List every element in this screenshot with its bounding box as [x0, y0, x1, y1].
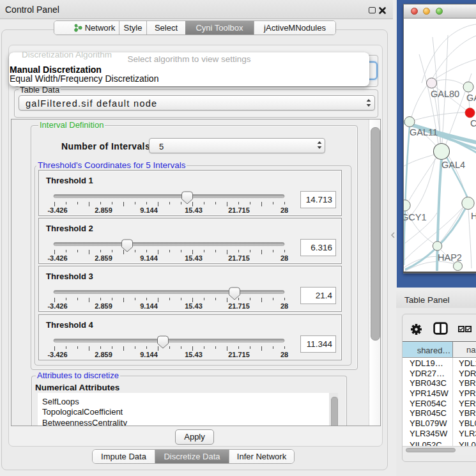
- svg-text:21.715: 21.715: [228, 302, 250, 310]
- svg-text:9.144: 9.144: [140, 206, 158, 214]
- svg-text:HI: HI: [471, 211, 476, 221]
- svg-text:21.715: 21.715: [228, 254, 250, 262]
- svg-text:15.43: 15.43: [185, 254, 203, 262]
- svg-text:2.859: 2.859: [95, 351, 112, 358]
- svg-text:28: 28: [280, 206, 288, 214]
- svg-text:21.715: 21.715: [228, 206, 250, 214]
- svg-text:HAP2: HAP2: [438, 252, 462, 263]
- svg-text:GCY1: GCY1: [404, 212, 427, 222]
- svg-text:CD: CD: [470, 118, 476, 128]
- svg-text:-3.426: -3.426: [47, 351, 67, 358]
- svg-text:9.144: 9.144: [140, 302, 158, 310]
- svg-text:-3.426: -3.426: [47, 302, 67, 310]
- svg-text:15.43: 15.43: [185, 302, 203, 310]
- svg-text:GAL4: GAL4: [441, 160, 465, 170]
- svg-text:15.43: 15.43: [185, 206, 203, 214]
- svg-text:28: 28: [280, 254, 288, 262]
- svg-text:-3.426: -3.426: [47, 206, 67, 214]
- svg-text:28: 28: [280, 351, 288, 358]
- svg-text:9.144: 9.144: [140, 351, 158, 358]
- svg-text:GAL: GAL: [466, 93, 476, 103]
- svg-text:9.144: 9.144: [140, 254, 158, 262]
- svg-text:15.43: 15.43: [185, 351, 203, 358]
- svg-text:GAL80: GAL80: [431, 89, 459, 99]
- svg-text:2.859: 2.859: [95, 254, 112, 262]
- svg-text:-3.426: -3.426: [47, 254, 67, 262]
- svg-text:GAL11: GAL11: [410, 127, 438, 137]
- svg-text:28: 28: [280, 302, 288, 310]
- svg-text:2.859: 2.859: [95, 206, 112, 214]
- svg-text:2.859: 2.859: [95, 302, 112, 310]
- svg-text:21.715: 21.715: [228, 351, 250, 358]
